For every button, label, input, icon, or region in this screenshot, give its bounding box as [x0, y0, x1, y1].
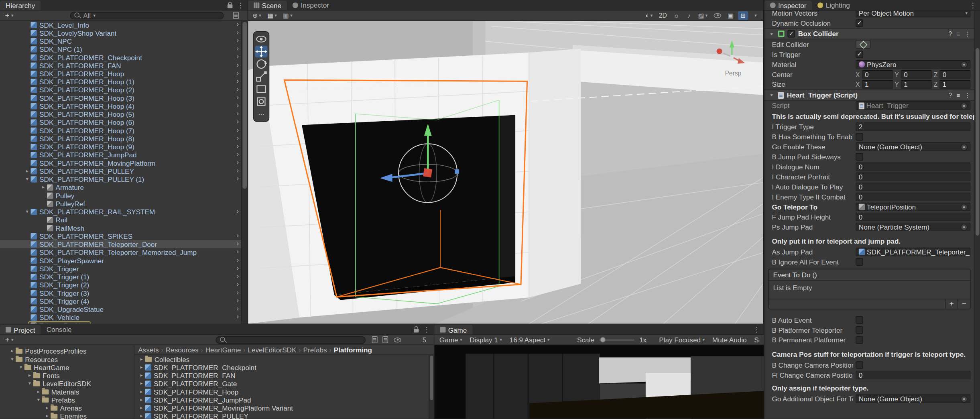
hierarchy-item[interactable]: SDK_Trigger (1) ›: [0, 273, 241, 281]
edit-collider-button[interactable]: [856, 40, 870, 49]
panel-menu-icon[interactable]: ⋮: [753, 325, 760, 334]
scene-audio-toggle[interactable]: ♪: [684, 11, 694, 20]
panel-menu-icon[interactable]: ⋮: [423, 325, 430, 334]
project-file-item[interactable]: ▸ SDK_PLATFORMER_PULLEY: [134, 412, 429, 419]
breadcrumb-item[interactable]: HeartGame: [205, 346, 241, 354]
hierarchy-item[interactable]: SDK_PLATFORMER_Hoop (9) ›: [0, 142, 241, 151]
material-object-field[interactable]: PhysZero: [856, 60, 971, 69]
prefab-open-arrow-icon[interactable]: ›: [237, 232, 239, 239]
project-file-item[interactable]: ▸ SDK_PLATFORMER_FAN: [134, 371, 429, 379]
prefab-open-arrow-icon[interactable]: ›: [237, 289, 239, 296]
perspective-label[interactable]: Persp: [714, 70, 752, 77]
prefab-open-arrow-icon[interactable]: ›: [237, 256, 239, 263]
hierarchy-item[interactable]: SDK_Trigger (3) ›: [0, 289, 241, 297]
lock-icon[interactable]: [228, 4, 232, 8]
display-selector[interactable]: Display 1▾: [467, 336, 504, 344]
project-tree-item[interactable]: ▸ Arenas: [0, 404, 134, 412]
foldout-arrow-icon[interactable]: ▸: [26, 372, 33, 378]
hierarchy-item[interactable]: SDK_NPC ›: [0, 37, 241, 45]
prefab-open-arrow-icon[interactable]: ›: [237, 29, 239, 36]
object-picker-icon[interactable]: [961, 61, 968, 68]
hierarchy-item[interactable]: SDK_Trigger (4) ›: [0, 297, 241, 305]
foldout-arrow-icon[interactable]: ▸: [9, 348, 16, 354]
center-y-field[interactable]: 0: [901, 70, 932, 79]
ignore-event-checkbox[interactable]: [856, 258, 863, 266]
prefab-open-arrow-icon[interactable]: ›: [237, 102, 239, 109]
hierarchy-item[interactable]: ▸ SDK_PLATFORMER_PULLEY ›: [0, 167, 241, 175]
hierarchy-item[interactable]: SDK_PLATFORMER_Hoop (5) ›: [0, 110, 241, 118]
foldout-arrow-icon[interactable]: ▾: [24, 176, 30, 182]
event-list-header[interactable]: Event To Do (): [769, 269, 970, 281]
foldout-arrow-icon[interactable]: ▸: [40, 184, 47, 190]
prefab-open-arrow-icon[interactable]: ›: [237, 69, 239, 76]
foldout-arrow-icon[interactable]: ▸: [35, 389, 42, 395]
motion-vectors-dropdown[interactable]: Per Object Motion ▾: [856, 10, 971, 17]
inspector-scrollbar[interactable]: [974, 10, 980, 419]
lock-icon[interactable]: [414, 328, 419, 332]
prefab-open-arrow-icon[interactable]: ›: [237, 142, 239, 149]
box-collider-header[interactable]: ▾ Box Collider ? ≡ ⋮: [764, 28, 974, 39]
object-picker-icon[interactable]: [961, 143, 968, 150]
prefab-open-arrow-icon[interactable]: ›: [237, 167, 239, 174]
platformer-teleporter-checkbox[interactable]: [856, 326, 863, 334]
prefab-open-arrow-icon[interactable]: ›: [237, 151, 239, 157]
foldout-arrow-icon[interactable]: ▾: [18, 364, 24, 370]
foldout-arrow-icon[interactable]: ▸: [44, 405, 51, 411]
breadcrumb-item[interactable]: Assets: [138, 346, 159, 354]
project-file-item[interactable]: ▸ SDK_PLATFORMER_Hoop: [134, 388, 429, 396]
tab-project[interactable]: Project: [0, 325, 41, 334]
preset-icon[interactable]: ≡: [956, 92, 960, 98]
scale-slider[interactable]: [599, 339, 634, 340]
prefab-open-arrow-icon[interactable]: ›: [237, 37, 239, 44]
prefab-open-arrow-icon[interactable]: ›: [237, 53, 239, 60]
hierarchy-item[interactable]: SDK_PLATFORMER_Hoop (3) ›: [0, 94, 241, 102]
project-tree-item[interactable]: ▾ Prefabs: [0, 396, 134, 404]
scene-camera-settings-button[interactable]: ▣: [726, 11, 736, 20]
ps-jump-object-field[interactable]: None (Particle System): [856, 222, 971, 231]
prefab-open-arrow-icon[interactable]: ›: [237, 264, 239, 271]
breadcrumb-item[interactable]: Resources: [166, 346, 199, 354]
prefab-open-arrow-icon[interactable]: ›: [237, 297, 239, 304]
hierarchy-item[interactable]: SDK_PLATFORMER_FAN ›: [0, 61, 241, 69]
hierarchy-item[interactable]: SDK_PLATFORMER_MovingPlatform ›: [0, 159, 241, 167]
foldout-arrow-icon[interactable]: ▾: [35, 397, 42, 403]
create-object-button[interactable]: + ▾: [2, 11, 16, 20]
foldout-arrow-icon[interactable]: ▸: [138, 380, 145, 386]
foldout-arrow-icon[interactable]: ▸: [24, 168, 30, 174]
project-file-item[interactable]: ▸ SDK_PLATFORMER_JumpPad: [134, 396, 429, 404]
prefab-open-arrow-icon[interactable]: ›: [237, 61, 239, 68]
help-icon[interactable]: ?: [949, 92, 952, 98]
hidden-count-badge[interactable]: 5: [423, 336, 427, 344]
has-something-checkbox[interactable]: [856, 133, 863, 141]
custom-tool-button[interactable]: ⋯: [255, 108, 267, 120]
prefab-open-arrow-icon[interactable]: ›: [237, 207, 239, 214]
prefab-open-arrow-icon[interactable]: ›: [237, 313, 239, 320]
project-tree-item[interactable]: ▾ Resources: [0, 355, 134, 363]
hierarchy-item[interactable]: SDK_PLATFORMER_Checkpoint ›: [0, 53, 241, 61]
rect-tool-button[interactable]: [255, 83, 267, 95]
size-z-field[interactable]: 1: [939, 80, 971, 89]
scrollbar-thumb[interactable]: [430, 356, 433, 400]
scrollbar-thumb[interactable]: [976, 48, 979, 236]
project-tree-item[interactable]: ▸ Enemies: [0, 412, 134, 419]
enemy-type-field[interactable]: 0: [856, 193, 971, 201]
view-tool-button[interactable]: [255, 33, 267, 45]
foldout-arrow-icon[interactable]: ▸: [138, 372, 145, 378]
hierarchy-item[interactable]: SDK_PLATFORMER_Teleporter_Door ›: [0, 240, 241, 248]
project-file-item[interactable]: ▸ SDK_PLATFORMER_Gate: [134, 379, 429, 387]
object-picker-icon[interactable]: [961, 395, 968, 402]
project-search-input[interactable]: [216, 336, 366, 344]
preset-icon[interactable]: ≡: [956, 31, 960, 37]
rotate-tool-button[interactable]: [255, 58, 267, 70]
breadcrumb-item[interactable]: Prefabs: [303, 346, 327, 354]
search-filter-label[interactable]: All: [83, 12, 91, 19]
tab-scene[interactable]: Scene: [248, 1, 287, 10]
prefab-open-arrow-icon[interactable]: ›: [237, 175, 239, 182]
scene-viewport[interactable]: ⋯ Persp: [248, 21, 763, 324]
fl-change-camera-field[interactable]: 0: [856, 371, 971, 380]
transform-tool-button[interactable]: [255, 96, 267, 108]
mute-audio-button[interactable]: Mute Audio: [710, 336, 749, 344]
tab-inspector[interactable]: Inspector: [764, 1, 812, 10]
foldout-arrow-icon[interactable]: ▾: [9, 356, 16, 362]
auto-dialogue-field[interactable]: 0: [856, 183, 971, 191]
